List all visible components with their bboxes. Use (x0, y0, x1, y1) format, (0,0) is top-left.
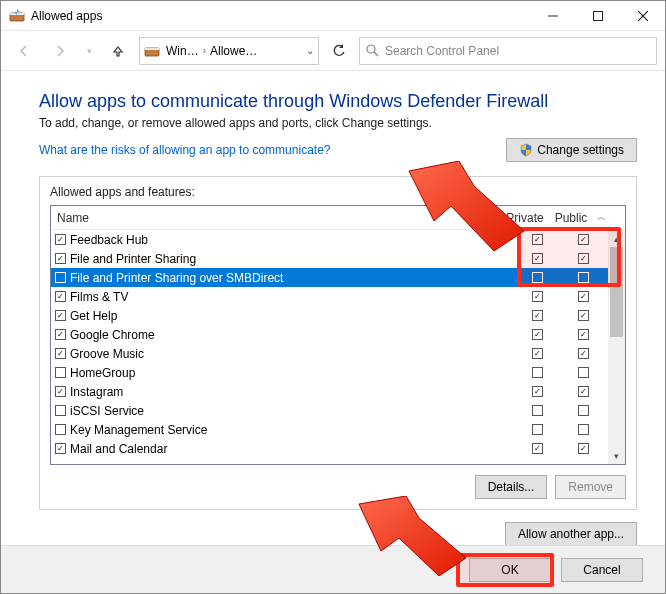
cancel-button[interactable]: Cancel (561, 558, 643, 582)
minimize-button[interactable] (530, 1, 575, 30)
scroll-track[interactable] (608, 247, 625, 447)
checkbox[interactable]: ✓ (578, 329, 589, 340)
scrollbar[interactable]: ▴ ▾ (608, 230, 625, 464)
svg-point-8 (367, 45, 375, 53)
checkbox[interactable]: ✓ (578, 253, 589, 264)
checkbox[interactable]: ✓ (578, 348, 589, 359)
table-row[interactable]: ✓Get Help✓✓ (51, 306, 608, 325)
checkbox[interactable]: ✓ (55, 329, 66, 340)
up-button[interactable] (103, 37, 133, 65)
risks-link[interactable]: What are the risks of allowing an app to… (39, 143, 506, 157)
checkbox[interactable]: ✓ (55, 291, 66, 302)
checkbox[interactable] (532, 424, 543, 435)
checkbox[interactable]: ✓ (55, 386, 66, 397)
svg-rect-7 (145, 48, 159, 50)
details-button[interactable]: Details... (475, 475, 548, 499)
svg-rect-3 (593, 11, 602, 20)
checkbox[interactable]: ✓ (55, 443, 66, 454)
checkbox[interactable]: ✓ (578, 291, 589, 302)
table-row[interactable]: ✓Mail and Calendar✓✓ (51, 439, 608, 458)
checkbox[interactable] (55, 272, 66, 283)
breadcrumb-seg-0[interactable]: Win… (164, 44, 201, 58)
app-name: Google Chrome (70, 328, 516, 342)
checkbox[interactable]: ✓ (578, 310, 589, 321)
checkbox[interactable]: ✓ (532, 386, 543, 397)
checkbox[interactable]: ✓ (532, 234, 543, 245)
app-name: Mail and Calendar (70, 442, 516, 456)
checkbox[interactable] (55, 424, 66, 435)
col-header-private[interactable]: Private (502, 211, 548, 225)
window-title: Allowed apps (31, 9, 530, 23)
checkbox[interactable] (55, 405, 66, 416)
checkbox[interactable]: ✓ (532, 443, 543, 454)
back-button[interactable] (9, 37, 39, 65)
title-bar: Allowed apps (1, 1, 665, 31)
checkbox[interactable]: ✓ (532, 348, 543, 359)
checkbox[interactable]: ✓ (55, 253, 66, 264)
search-box[interactable] (359, 37, 657, 65)
checkbox[interactable]: ✓ (55, 234, 66, 245)
scroll-down-button[interactable]: ▾ (608, 447, 625, 464)
window-icon (9, 8, 25, 24)
table-row[interactable]: Key Management Service (51, 420, 608, 439)
checkbox[interactable]: ✓ (578, 386, 589, 397)
allow-another-app-button[interactable]: Allow another app... (505, 522, 637, 546)
checkbox[interactable]: ✓ (55, 310, 66, 321)
footer-bar: OK Cancel (1, 545, 665, 593)
checkbox[interactable] (532, 367, 543, 378)
checkbox[interactable] (55, 367, 66, 378)
col-header-public[interactable]: Public (548, 211, 594, 225)
list-header: Name Private Public ︿ (51, 206, 625, 230)
app-name: File and Printer Sharing over SMBDirect (70, 271, 516, 285)
checkbox[interactable] (578, 405, 589, 416)
table-row[interactable]: ✓Instagram✓✓ (51, 382, 608, 401)
checkbox[interactable]: ✓ (532, 310, 543, 321)
app-name: Groove Music (70, 347, 516, 361)
scroll-thumb[interactable] (610, 247, 623, 337)
panel-label: Allowed apps and features: (50, 185, 626, 199)
ok-button[interactable]: OK (469, 558, 551, 582)
checkbox[interactable] (532, 272, 543, 283)
apps-listbox[interactable]: Name Private Public ︿ ✓Feedback Hub✓✓✓Fi… (50, 205, 626, 465)
breadcrumb[interactable]: Win… › Allowe… ⌄ (139, 37, 319, 65)
checkbox[interactable]: ✓ (532, 291, 543, 302)
table-row[interactable]: File and Printer Sharing over SMBDirect (51, 268, 608, 287)
chevron-down-icon[interactable]: ⌄ (306, 45, 314, 56)
app-name: Get Help (70, 309, 516, 323)
table-row[interactable]: ✓Films & TV✓✓ (51, 287, 608, 306)
table-row[interactable]: ✓File and Printer Sharing✓✓ (51, 249, 608, 268)
change-settings-label: Change settings (537, 143, 624, 157)
table-row[interactable]: ✓Groove Music✓✓ (51, 344, 608, 363)
change-settings-button[interactable]: Change settings (506, 138, 637, 162)
table-row[interactable]: ✓Google Chrome✓✓ (51, 325, 608, 344)
table-row[interactable]: iSCSI Service (51, 401, 608, 420)
app-name: Films & TV (70, 290, 516, 304)
table-row[interactable]: HomeGroup (51, 363, 608, 382)
checkbox[interactable] (578, 424, 589, 435)
close-button[interactable] (620, 1, 665, 30)
search-input[interactable] (383, 43, 650, 59)
search-icon (366, 44, 379, 57)
app-name: File and Printer Sharing (70, 252, 516, 266)
scroll-up-button[interactable]: ▴ (608, 230, 625, 247)
checkbox[interactable] (578, 272, 589, 283)
checkbox[interactable]: ✓ (578, 443, 589, 454)
table-row[interactable]: ✓Feedback Hub✓✓ (51, 230, 608, 249)
breadcrumb-seg-1[interactable]: Allowe… (208, 44, 259, 58)
checkbox[interactable]: ✓ (55, 348, 66, 359)
refresh-button[interactable] (325, 37, 353, 65)
svg-line-9 (374, 52, 378, 56)
maximize-button[interactable] (575, 1, 620, 30)
chevron-up-icon[interactable]: ︿ (594, 211, 608, 224)
checkbox[interactable]: ✓ (532, 329, 543, 340)
recent-dropdown-icon[interactable]: ▾ (81, 37, 97, 65)
checkbox[interactable]: ✓ (532, 253, 543, 264)
remove-button[interactable]: Remove (555, 475, 626, 499)
forward-button[interactable] (45, 37, 75, 65)
checkbox[interactable] (532, 405, 543, 416)
app-name: Key Management Service (70, 423, 516, 437)
checkbox[interactable]: ✓ (578, 234, 589, 245)
checkbox[interactable] (578, 367, 589, 378)
nav-bar: ▾ Win… › Allowe… ⌄ (1, 31, 665, 71)
col-header-name[interactable]: Name (51, 211, 502, 225)
